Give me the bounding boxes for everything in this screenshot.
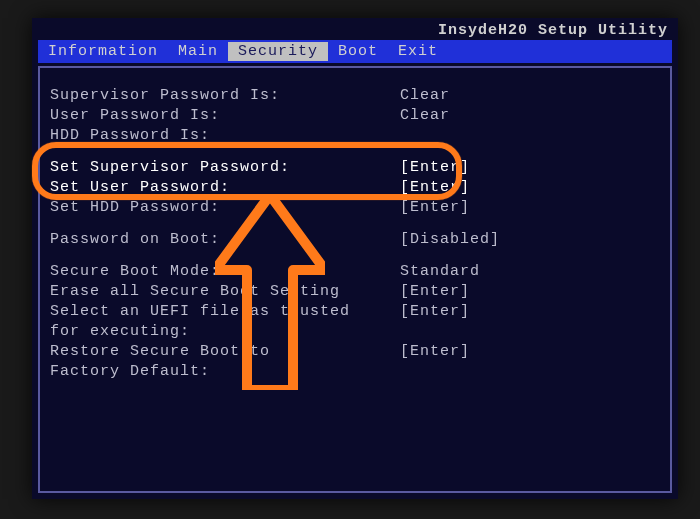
spacer — [50, 218, 660, 230]
setting-row[interactable]: Restore Secure Boot to[Enter] — [50, 342, 660, 362]
spacer — [50, 146, 660, 158]
setting-label: Select an UEFI file as trusted — [50, 302, 400, 322]
setting-value[interactable]: [Enter] — [400, 302, 470, 322]
setting-row: Supervisor Password Is:Clear — [50, 86, 660, 106]
setting-label: Set User Password: — [50, 178, 400, 198]
setting-row[interactable]: Set User Password:[Enter] — [50, 178, 660, 198]
setting-label: for executing: — [50, 322, 400, 342]
setting-row: for executing: — [50, 322, 660, 342]
setting-label: Erase all Secure Boot Setting — [50, 282, 400, 302]
setting-row[interactable]: Erase all Secure Boot Setting[Enter] — [50, 282, 660, 302]
tab-boot[interactable]: Boot — [328, 42, 388, 61]
setting-label: Set Supervisor Password: — [50, 158, 400, 178]
setting-value[interactable]: [Enter] — [400, 178, 470, 198]
setting-row: HDD Password Is: — [50, 126, 660, 146]
setting-label: Secure Boot Mode: — [50, 262, 400, 282]
tab-security[interactable]: Security — [228, 42, 328, 61]
setting-row[interactable]: Password on Boot:[Disabled] — [50, 230, 660, 250]
setting-label: Factory Default: — [50, 362, 400, 382]
setting-row: Secure Boot Mode:Standard — [50, 262, 660, 282]
setting-label: Set HDD Password: — [50, 198, 400, 218]
setting-value[interactable]: [Enter] — [400, 342, 470, 362]
setting-row: User Password Is:Clear — [50, 106, 660, 126]
tab-bar: Information Main Security Boot Exit — [38, 40, 672, 63]
setting-value: Clear — [400, 86, 450, 106]
setting-label: Supervisor Password Is: — [50, 86, 400, 106]
tab-information[interactable]: Information — [38, 42, 168, 61]
setting-value: Standard — [400, 262, 480, 282]
setting-label: User Password Is: — [50, 106, 400, 126]
setting-label: Restore Secure Boot to — [50, 342, 400, 362]
setting-row[interactable]: Set HDD Password:[Enter] — [50, 198, 660, 218]
spacer — [50, 250, 660, 262]
setting-value[interactable]: [Enter] — [400, 198, 470, 218]
setting-label: HDD Password Is: — [50, 126, 400, 146]
bios-screen: InsydeH20 Setup Utility Information Main… — [32, 18, 678, 499]
setting-value[interactable]: [Disabled] — [400, 230, 500, 250]
setting-row: Factory Default: — [50, 362, 660, 382]
content-pane: Supervisor Password Is:ClearUser Passwor… — [38, 66, 672, 493]
setting-row[interactable]: Set Supervisor Password:[Enter] — [50, 158, 660, 178]
tab-main[interactable]: Main — [168, 42, 228, 61]
setting-row[interactable]: Select an UEFI file as trusted[Enter] — [50, 302, 660, 322]
setting-value[interactable]: [Enter] — [400, 282, 470, 302]
utility-title: InsydeH20 Setup Utility — [438, 22, 668, 39]
setting-value: Clear — [400, 106, 450, 126]
setting-label: Password on Boot: — [50, 230, 400, 250]
tab-exit[interactable]: Exit — [388, 42, 448, 61]
setting-value[interactable]: [Enter] — [400, 158, 470, 178]
